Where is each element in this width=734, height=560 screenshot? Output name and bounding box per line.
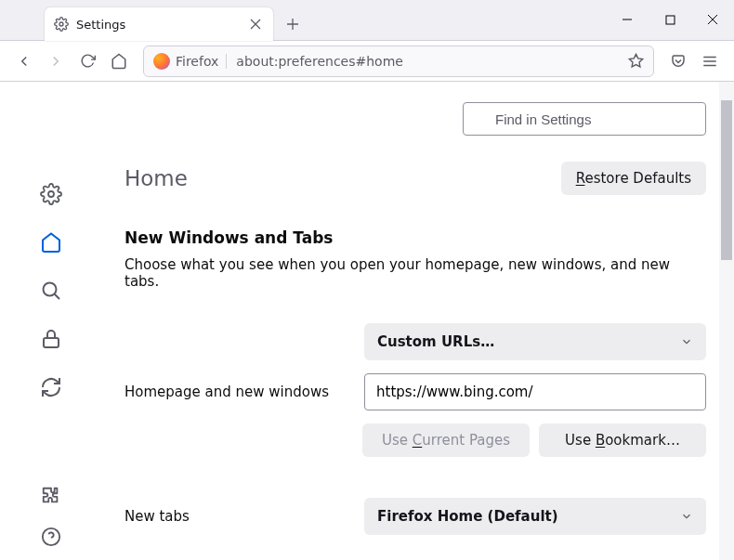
- sidebar-item-general[interactable]: [39, 182, 63, 206]
- url-bar[interactable]: Firefox about:preferences#home: [143, 46, 654, 77]
- scrollbar-thumb[interactable]: [721, 100, 732, 260]
- section-heading: New Windows and Tabs: [125, 228, 706, 247]
- chevron-down-icon: [680, 335, 693, 348]
- reload-button[interactable]: [72, 46, 102, 76]
- close-icon[interactable]: [247, 16, 264, 33]
- tab-title: Settings: [76, 18, 240, 32]
- select-value: Custom URLs…: [377, 333, 494, 350]
- firefox-icon: [153, 53, 170, 70]
- page-title: Home: [125, 166, 188, 190]
- homepage-url-input[interactable]: [364, 373, 706, 410]
- sidebar-item-help[interactable]: [39, 525, 63, 549]
- bookmark-star-icon[interactable]: [628, 53, 644, 69]
- newtabs-select[interactable]: Firefox Home (Default): [364, 498, 706, 535]
- search-input[interactable]: [463, 102, 706, 136]
- sidebar-item-search[interactable]: [39, 279, 63, 303]
- svg-line-8: [55, 294, 59, 299]
- restore-defaults-button[interactable]: RRestore Defaultsestore Defaults: [561, 162, 706, 195]
- browser-tab[interactable]: Settings: [45, 7, 273, 41]
- gear-icon: [54, 17, 69, 32]
- section-description: Choose what you see when you open your h…: [125, 256, 706, 290]
- svg-point-6: [48, 191, 54, 197]
- back-button[interactable]: [9, 46, 39, 76]
- chevron-down-icon: [680, 510, 693, 523]
- find-in-settings[interactable]: [463, 102, 706, 136]
- homepage-mode-select[interactable]: Custom URLs…: [364, 323, 706, 360]
- maximize-button[interactable]: [649, 0, 691, 40]
- browser-toolbar: Firefox about:preferences#home: [0, 41, 734, 82]
- window-controls: [606, 0, 734, 40]
- url-text: about:preferences#home: [236, 54, 619, 69]
- newtabs-label: New tabs: [125, 508, 353, 525]
- settings-main: Home RRestore Defaultsestore Defaults Ne…: [102, 82, 734, 560]
- select-value: Firefox Home (Default): [377, 508, 558, 525]
- identity-label: Firefox: [176, 54, 227, 69]
- sidebar-item-extensions[interactable]: [39, 484, 63, 508]
- forward-button[interactable]: [41, 46, 71, 76]
- window-close-button[interactable]: [691, 0, 734, 40]
- sidebar-item-privacy[interactable]: [39, 327, 63, 351]
- svg-point-0: [59, 22, 63, 26]
- identity-box[interactable]: Firefox: [153, 53, 227, 70]
- svg-rect-1: [666, 16, 675, 24]
- sidebar-item-sync[interactable]: [39, 375, 63, 399]
- minimize-button[interactable]: [606, 0, 649, 40]
- sidebar-item-home[interactable]: [39, 230, 63, 254]
- home-button[interactable]: [104, 46, 134, 76]
- svg-marker-2: [629, 54, 642, 66]
- svg-point-7: [44, 283, 57, 296]
- scrollbar[interactable]: [719, 82, 734, 560]
- content-area: Home RRestore Defaultsestore Defaults Ne…: [0, 82, 734, 560]
- homepage-label: Homepage and new windows: [125, 384, 353, 400]
- use-bookmark-button[interactable]: Use Bookmark…Use Bookmark…: [539, 423, 706, 457]
- window-titlebar: Settings: [0, 0, 734, 41]
- svg-rect-9: [44, 338, 59, 347]
- settings-sidebar: [0, 82, 102, 560]
- new-tab-button[interactable]: [279, 10, 307, 38]
- menu-button[interactable]: [695, 46, 725, 76]
- use-current-pages-button[interactable]: Use Current PagesUse Current Pages: [362, 423, 530, 457]
- pocket-button[interactable]: [663, 46, 693, 76]
